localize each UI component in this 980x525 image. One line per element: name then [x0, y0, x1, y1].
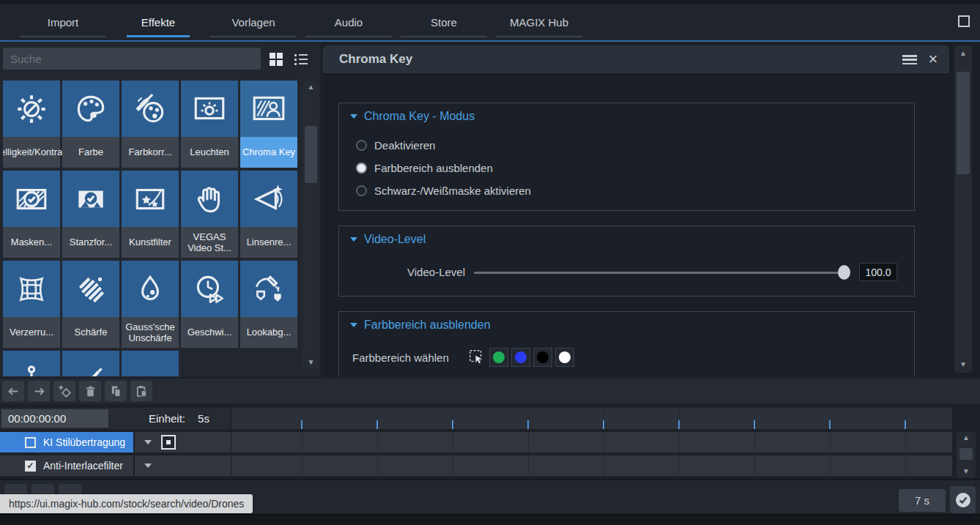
collapse-triangle-icon[interactable] — [350, 237, 357, 242]
timeline-gridline — [754, 432, 755, 453]
list-view-icon[interactable] — [292, 50, 311, 69]
effect-tile-masken[interactable]: Masken... — [3, 171, 60, 258]
scroll-up-icon[interactable]: ▲ — [302, 82, 319, 92]
url-tooltip: https://ui.magix-hub.com/stock/search/vi… — [0, 494, 253, 513]
effect-tile-label: Schärfe — [62, 317, 119, 348]
close-icon[interactable]: × — [926, 49, 940, 70]
timeline-gridline — [604, 432, 604, 453]
scroll-up-icon[interactable]: ▲ — [957, 433, 976, 443]
tab-vorlagen[interactable]: Vorlagen — [206, 4, 301, 40]
effect-tile-17[interactable] — [122, 351, 179, 376]
effect-tile-chroma-key[interactable]: Chroma Key — [240, 81, 297, 168]
panel-scrollbar[interactable]: ▲ ▼ — [954, 45, 972, 373]
color-swatch-white[interactable] — [555, 348, 574, 367]
effect-tile-verzerru[interactable]: Verzerru... — [3, 261, 60, 348]
effect-tile-farbkorr[interactable]: Farbkorr... — [122, 81, 179, 168]
duration-field[interactable]: 7 s — [899, 489, 946, 512]
effect-tile-label: Kunstfilter — [122, 227, 179, 258]
toolbar-button-copy[interactable] — [105, 381, 127, 401]
toolbar-button-add-keyframe[interactable] — [53, 381, 75, 401]
color-swatch-blue[interactable] — [511, 348, 530, 367]
timeline-gridline — [905, 432, 906, 453]
effect-tile-15[interactable] — [3, 351, 60, 376]
effect-tile-vegas-video-st[interactable]: VEGAS Video St... — [181, 171, 238, 258]
toolbar-button-arrow-left[interactable] — [2, 381, 24, 401]
track-checkbox[interactable]: ✓ — [25, 461, 36, 472]
timeline-gridline — [302, 432, 302, 453]
effect-tile-gauss-sche-unschärfe[interactable]: Gauss'sche Unschärfe — [122, 261, 179, 348]
effect-tile-linsenre[interactable]: Linsenre... — [240, 171, 297, 258]
video-level-slider-thumb[interactable] — [838, 265, 850, 280]
effect-tile-schärfe[interactable]: Schärfe — [62, 261, 119, 348]
tab-import[interactable]: Import — [15, 4, 111, 40]
record-toggle[interactable] — [161, 435, 176, 450]
color-swatch-black[interactable] — [533, 348, 552, 367]
radio-icon[interactable] — [356, 140, 367, 151]
tab-store[interactable]: Store — [396, 4, 491, 40]
track-header[interactable]: ✓ Anti-Interlacefilter — [0, 455, 133, 476]
track-label: KI Stilübertragung — [43, 436, 125, 448]
effect-tile-helligkeit-kontrast[interactable]: Helligkeit/Kontrast — [3, 81, 60, 168]
tab-underline — [20, 36, 106, 37]
effect-tile-stanzfor[interactable]: Stanzfor... — [62, 171, 119, 258]
modus-options: Deaktivieren Farbbereich ausblenden Schw… — [356, 138, 531, 197]
color-swatch-green[interactable] — [489, 348, 508, 367]
chroma-key-icon — [250, 91, 287, 127]
effect-tile-leuchten[interactable]: Leuchten — [181, 81, 238, 168]
tab-effekte[interactable]: Effekte — [111, 4, 206, 40]
arrow-right-icon — [32, 384, 46, 398]
menu-icon[interactable] — [902, 55, 917, 64]
tab-audio[interactable]: Audio — [301, 4, 396, 40]
scroll-down-icon[interactable]: ▼ — [957, 466, 976, 477]
toolbar-button-trash[interactable] — [79, 381, 101, 401]
scrollbar-thumb[interactable] — [959, 448, 973, 460]
radio-option-deaktivieren[interactable]: Deaktivieren — [356, 138, 531, 152]
radio-icon[interactable] — [356, 163, 367, 174]
tab-underline — [496, 36, 582, 37]
timeline-ruler[interactable] — [231, 408, 952, 429]
effect-tile-label: Geschwi... — [181, 317, 238, 348]
radio-option-farbbereich-ausblenden[interactable]: Farbbereich ausblenden — [356, 161, 531, 174]
chevron-down-icon[interactable] — [144, 463, 152, 468]
timeline-scrollbar[interactable]: ▲ ▼ — [957, 432, 976, 477]
track-checkbox[interactable] — [25, 437, 36, 448]
collapse-triangle-icon[interactable] — [350, 323, 357, 327]
chevron-down-icon[interactable] — [144, 440, 152, 444]
timeline-gridline — [453, 455, 453, 476]
tab-magix-hub[interactable]: MAGIX Hub — [491, 4, 587, 40]
sharpen-icon — [73, 271, 109, 308]
collapse-triangle-icon[interactable] — [350, 114, 357, 119]
ruler-tick — [754, 420, 755, 429]
color-picker-icon[interactable] — [467, 348, 486, 367]
scrollbar-thumb[interactable] — [305, 126, 317, 183]
radio-option-schwarz-weißmaske-aktivieren[interactable]: Schwarz-/Weißmaske aktivieren — [356, 184, 531, 197]
radio-icon[interactable] — [356, 185, 367, 196]
video-level-value[interactable]: 100.0 — [859, 263, 897, 281]
effect-tile-kunstfilter[interactable]: Kunstfilter — [122, 171, 179, 258]
effect-tile-geschwi[interactable]: Geschwi... — [181, 261, 238, 348]
ruler-tick — [678, 420, 680, 429]
maximize-window-icon[interactable] — [958, 15, 970, 27]
effect-tile-label: VEGAS Video St... — [181, 227, 238, 258]
search-input[interactable] — [3, 48, 261, 70]
scrollbar-thumb[interactable] — [957, 72, 970, 174]
effect-tile-farbe[interactable]: Farbe — [62, 81, 119, 168]
effect-tile-16[interactable] — [62, 351, 119, 376]
timeline-track-ki-stilübertragung: KI Stilübertragung — [0, 432, 980, 453]
toolbar-button-arrow-right[interactable] — [28, 381, 50, 401]
track-header[interactable]: KI Stilübertragung — [0, 432, 133, 453]
ruler-tick — [376, 420, 378, 429]
ruler-tick — [301, 420, 302, 429]
grid-view-icon[interactable] — [267, 50, 286, 69]
video-level-slider-track[interactable] — [474, 272, 850, 274]
toolbar-button-paste[interactable] — [130, 381, 152, 401]
track-controls — [135, 455, 231, 476]
scroll-up-icon[interactable]: ▲ — [954, 48, 972, 59]
effects-scrollbar[interactable]: ▲ ▼ — [302, 81, 319, 369]
effect-tile-lookabg[interactable]: Lookabg... — [240, 261, 297, 348]
scroll-down-icon[interactable]: ▼ — [954, 360, 972, 370]
scroll-down-icon[interactable]: ▼ — [302, 357, 319, 368]
effect-tile-label: Chroma Key — [240, 137, 297, 168]
duration-clock-button[interactable] — [950, 486, 976, 513]
palette-icon — [73, 91, 109, 127]
